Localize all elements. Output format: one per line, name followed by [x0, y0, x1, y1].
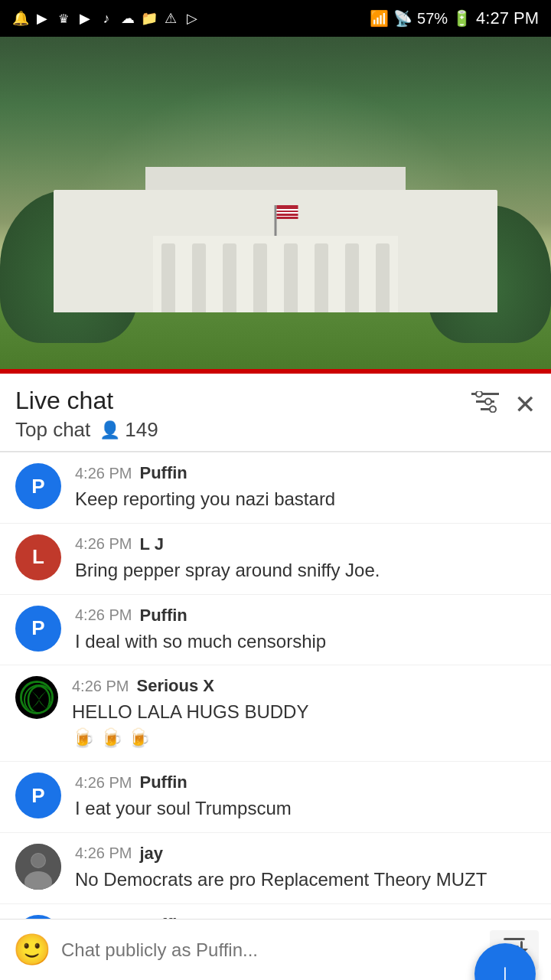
top-chat-label: Top chat: [15, 418, 90, 442]
list-item: P 4:26 PM Puffin Keep reporting you nazi…: [0, 452, 551, 524]
message-time: 4:26 PM: [75, 535, 132, 553]
column: [345, 243, 359, 312]
time-display: 4:27 PM: [476, 8, 539, 28]
message-content: 4:26 PM Puffin I eat your soul Trumpscum: [75, 773, 536, 822]
message-text: No Democrats are pro Replacement Theory …: [75, 867, 536, 893]
message-content: 4:26 PM L J Bring pepper spray around sn…: [75, 534, 536, 583]
message-text: I deal with so much censorship: [75, 629, 536, 655]
message-author: Puffin: [139, 606, 187, 626]
message-meta: 4:26 PM Puffin: [75, 773, 536, 792]
list-item: 4:26 PM jay No Democrats are pro Replace…: [0, 833, 551, 904]
message-time: 4:26 PM: [75, 774, 132, 792]
message-time: 4:26 PM: [72, 678, 129, 695]
avatar: P: [15, 773, 61, 818]
chat-input-bar: 🙂: [0, 919, 551, 980]
column: [192, 243, 206, 312]
message-text: Bring pepper spray around sniffy Joe.: [75, 557, 536, 583]
svg-point-4: [485, 398, 491, 404]
column: [253, 243, 267, 312]
crown-icon: ♛: [55, 10, 72, 27]
column: [284, 243, 298, 312]
column: [161, 243, 175, 312]
chat-input-field[interactable]: [61, 939, 481, 961]
emoji-icon: 🙂: [13, 932, 51, 968]
message-author: Puffin: [139, 463, 187, 483]
message-author: Serious X: [136, 676, 214, 696]
xbox-inner: [20, 681, 54, 714]
message-content: 4:26 PM jay No Democrats are pro Replace…: [75, 844, 536, 893]
wifi-icon: 📶: [370, 9, 389, 28]
folder-icon: 📁: [141, 10, 158, 27]
column: [315, 243, 328, 312]
youtube-icon: ▶: [34, 10, 51, 27]
battery-icon: 🔋: [452, 9, 471, 28]
music-icon: ♪: [98, 10, 115, 27]
person-icon: 👤: [99, 420, 120, 440]
avatar: [15, 844, 61, 890]
message-meta: 4:26 PM Puffin: [75, 606, 536, 626]
message-text: HELLO LALA HUGS BUDDY🍺 🍺 🍺: [72, 699, 536, 750]
list-item: P 4:26 PM Puffin I deal with so much cen…: [0, 595, 551, 666]
filter-icon[interactable]: [471, 391, 499, 418]
message-meta: 4:26 PM L J: [75, 534, 536, 554]
message-content: 4:26 PM Puffin I deal with so much censo…: [75, 606, 536, 655]
building-roof: [145, 167, 406, 190]
column: [223, 243, 236, 312]
list-item: P 4:26 PM Puffin I eat your soul Trumpsc…: [0, 762, 551, 833]
message-author: L J: [139, 534, 163, 554]
svg-rect-2: [481, 408, 490, 410]
flag: [277, 205, 298, 219]
notification-icon: 🔔: [12, 10, 29, 27]
message-content: 4:26 PM Serious X HELLO LALA HUGS BUDDY🍺…: [72, 676, 536, 750]
building-columns: [153, 236, 398, 312]
cloud-icon: ☁: [119, 10, 136, 27]
message-author: jay: [139, 844, 163, 864]
list-item: L 4:26 PM L J Bring pepper spray around …: [0, 524, 551, 595]
chat-header: Live chat Top chat 👤 149 ✕: [0, 374, 551, 452]
status-info-right: 📶 📡 57% 🔋 4:27 PM: [370, 8, 539, 28]
message-time: 4:26 PM: [75, 844, 132, 862]
message-text: I eat your soul Trumpscum: [75, 795, 536, 822]
viewer-number: 149: [125, 418, 158, 442]
warning-icon: ⚠: [162, 10, 179, 27]
message-meta: 4:26 PM Puffin: [75, 463, 536, 483]
status-icons-left: 🔔 ▶ ♛ ▶ ♪ ☁ 📁 ⚠ ▷: [12, 10, 201, 27]
emoji-button[interactable]: 🙂: [12, 930, 52, 970]
video-player[interactable]: [0, 37, 551, 374]
avatar: L: [15, 534, 61, 580]
play-icon: ▷: [184, 10, 201, 27]
building: [54, 190, 497, 312]
message-time: 4:26 PM: [75, 606, 132, 624]
youtube2-icon: ▶: [77, 10, 93, 27]
chat-subrow: Top chat 👤 149: [15, 418, 158, 442]
svg-point-11: [31, 854, 45, 867]
battery-percent: 57%: [417, 10, 448, 28]
live-chat-title: Live chat: [15, 386, 158, 415]
message-meta: 4:26 PM jay: [75, 844, 536, 864]
building-main: [54, 190, 497, 312]
viewer-count: 👤 149: [99, 418, 158, 442]
list-item: 4:26 PM Serious X HELLO LALA HUGS BUDDY🍺…: [0, 665, 551, 762]
status-bar: 🔔 ▶ ♛ ▶ ♪ ☁ 📁 ⚠ ▷ 📶 📡 57% 🔋 4:27 PM: [0, 0, 551, 37]
message-time: 4:26 PM: [75, 465, 132, 482]
avatar: P: [15, 463, 61, 509]
column: [376, 243, 390, 312]
message-author: Puffin: [139, 773, 187, 792]
chat-messages-list: P 4:26 PM Puffin Keep reporting you nazi…: [0, 452, 551, 980]
signal-icon: 📡: [393, 9, 412, 28]
chat-header-right: ✕: [471, 386, 536, 420]
svg-point-5: [490, 406, 496, 412]
avatar: [15, 676, 58, 719]
svg-rect-12: [504, 938, 525, 940]
svg-point-3: [476, 391, 482, 397]
close-button[interactable]: ✕: [514, 389, 536, 420]
chat-header-left: Live chat Top chat 👤 149: [15, 386, 158, 442]
message-text: Keep reporting you nazi bastard: [75, 486, 536, 512]
message-meta: 4:26 PM Serious X: [72, 676, 536, 696]
message-content: 4:26 PM Puffin Keep reporting you nazi b…: [75, 463, 536, 512]
red-accent-bar: [0, 369, 551, 374]
avatar: P: [15, 606, 61, 652]
